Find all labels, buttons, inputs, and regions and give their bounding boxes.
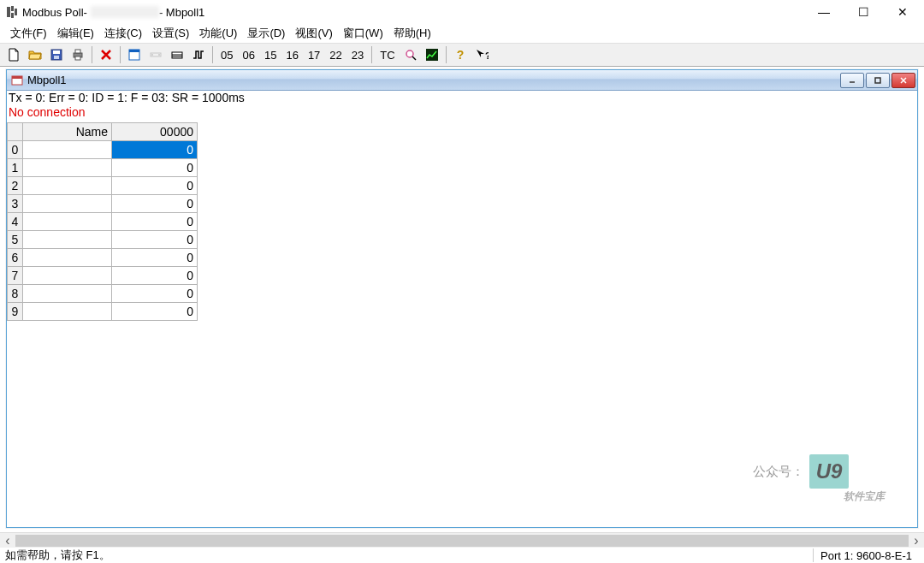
table-row[interactable]: 00 xyxy=(8,141,198,159)
chart-icon[interactable] xyxy=(422,44,442,65)
scroll-track[interactable] xyxy=(15,533,909,548)
row-value-cell[interactable]: 0 xyxy=(112,285,198,303)
row-value-cell[interactable]: 0 xyxy=(112,267,198,285)
fn-22-button[interactable]: 22 xyxy=(325,44,346,65)
watermark-logo: U9 软件宝库 xyxy=(809,454,849,489)
table-row[interactable]: 40 xyxy=(8,213,198,231)
help-icon[interactable]: ? xyxy=(450,44,471,65)
row-value-cell[interactable]: 0 xyxy=(112,231,198,249)
fn-05-button[interactable]: 05 xyxy=(216,44,237,65)
table-row[interactable]: 20 xyxy=(8,177,198,195)
svg-point-18 xyxy=(406,50,413,57)
table-row[interactable]: 70 xyxy=(8,267,198,285)
svg-line-19 xyxy=(412,56,416,60)
print-icon[interactable] xyxy=(68,44,88,65)
traffic-icon[interactable] xyxy=(167,44,187,65)
comm-icon xyxy=(145,44,166,65)
row-value-cell[interactable]: 0 xyxy=(112,249,198,267)
row-name-cell[interactable] xyxy=(23,159,112,177)
row-index[interactable]: 0 xyxy=(8,141,23,159)
svg-text:?: ? xyxy=(456,48,464,62)
window-minimize-button[interactable]: — xyxy=(804,0,844,24)
row-index[interactable]: 6 xyxy=(8,249,23,267)
row-index[interactable]: 5 xyxy=(8,231,23,249)
statusbar-help-text: 如需帮助，请按 F1。 xyxy=(5,548,110,563)
save-icon[interactable] xyxy=(46,44,67,65)
row-index[interactable]: 3 xyxy=(8,195,23,213)
row-name-cell[interactable] xyxy=(23,231,112,249)
row-index[interactable]: 4 xyxy=(8,213,23,231)
row-index[interactable]: 9 xyxy=(8,303,23,321)
child-window-title: Mbpoll1 xyxy=(27,74,67,86)
grid-header-name[interactable]: Name xyxy=(23,123,112,141)
fn-15-button[interactable]: 15 xyxy=(260,44,281,65)
row-name-cell[interactable] xyxy=(23,303,112,321)
svg-rect-9 xyxy=(75,56,80,60)
horizontal-scrollbar[interactable]: ‹ › xyxy=(0,532,924,548)
svg-rect-11 xyxy=(129,50,139,52)
row-name-cell[interactable] xyxy=(23,141,112,159)
menu-edit[interactable]: 编辑(E) xyxy=(52,25,99,42)
table-row[interactable]: 60 xyxy=(8,249,198,267)
child-titlebar[interactable]: Mbpoll1 xyxy=(7,70,917,91)
child-maximize-button[interactable] xyxy=(866,73,890,88)
row-name-cell[interactable] xyxy=(23,249,112,267)
scroll-thumb[interactable] xyxy=(15,535,909,547)
svg-text:?: ? xyxy=(485,50,489,61)
table-row[interactable]: 30 xyxy=(8,195,198,213)
window-icon[interactable] xyxy=(124,44,145,65)
row-value-cell[interactable]: 0 xyxy=(112,177,198,195)
row-name-cell[interactable] xyxy=(23,195,112,213)
svg-rect-5 xyxy=(53,50,60,54)
menu-file[interactable]: 文件(F) xyxy=(5,25,52,42)
menu-help[interactable]: 帮助(H) xyxy=(388,25,436,42)
table-row[interactable]: 90 xyxy=(8,303,198,321)
row-name-cell[interactable] xyxy=(23,213,112,231)
fn-17-button[interactable]: 17 xyxy=(304,44,324,65)
search-icon[interactable] xyxy=(400,44,421,65)
register-grid[interactable]: Name 00000 00102030405060708090 xyxy=(7,122,198,321)
fn-23-button[interactable]: 23 xyxy=(347,44,368,65)
open-file-icon[interactable] xyxy=(25,44,45,65)
table-row[interactable]: 80 xyxy=(8,285,198,303)
row-value-cell[interactable]: 0 xyxy=(112,195,198,213)
row-index[interactable]: 7 xyxy=(8,267,23,285)
row-index[interactable]: 2 xyxy=(8,177,23,195)
window-close-button[interactable]: ✕ xyxy=(883,0,922,24)
menu-display[interactable]: 显示(D) xyxy=(242,25,290,42)
table-row[interactable]: 10 xyxy=(8,159,198,177)
delete-icon[interactable] xyxy=(96,44,116,65)
row-name-cell[interactable] xyxy=(23,177,112,195)
row-value-cell[interactable]: 0 xyxy=(112,303,198,321)
svg-rect-12 xyxy=(151,53,161,56)
connection-status-line: No connection xyxy=(9,105,915,120)
child-minimize-button[interactable] xyxy=(840,73,864,88)
row-value-cell[interactable]: 0 xyxy=(112,159,198,177)
menu-settings[interactable]: 设置(S) xyxy=(147,25,194,42)
row-value-cell[interactable]: 0 xyxy=(112,213,198,231)
menu-function[interactable]: 功能(U) xyxy=(194,25,242,42)
row-name-cell[interactable] xyxy=(23,267,112,285)
svg-rect-26 xyxy=(875,78,880,83)
child-close-button[interactable] xyxy=(891,73,915,88)
fn-06-button[interactable]: 06 xyxy=(238,44,258,65)
menu-connect[interactable]: 连接(C) xyxy=(99,25,147,42)
grid-header-value[interactable]: 00000 xyxy=(112,123,198,141)
menu-view[interactable]: 视图(V) xyxy=(290,25,337,42)
window-maximize-button[interactable]: ☐ xyxy=(844,0,883,24)
new-file-icon[interactable] xyxy=(3,44,24,65)
table-row[interactable]: 50 xyxy=(8,231,198,249)
pulse-icon[interactable] xyxy=(188,44,209,65)
row-index[interactable]: 1 xyxy=(8,159,23,177)
row-value-cell[interactable]: 0 xyxy=(112,141,198,159)
tc-button[interactable]: TC xyxy=(376,44,399,65)
scroll-left-arrow-icon[interactable]: ‹ xyxy=(0,533,15,548)
row-name-cell[interactable] xyxy=(23,285,112,303)
fn-16-button[interactable]: 16 xyxy=(281,44,302,65)
menu-window[interactable]: 窗口(W) xyxy=(338,25,388,42)
context-help-icon[interactable]: ? xyxy=(471,44,492,65)
grid-header-index[interactable] xyxy=(8,123,23,141)
poll-status-line: Tx = 0: Err = 0: ID = 1: F = 03: SR = 10… xyxy=(9,91,915,105)
row-index[interactable]: 8 xyxy=(8,285,23,303)
scroll-right-arrow-icon[interactable]: › xyxy=(909,533,924,548)
